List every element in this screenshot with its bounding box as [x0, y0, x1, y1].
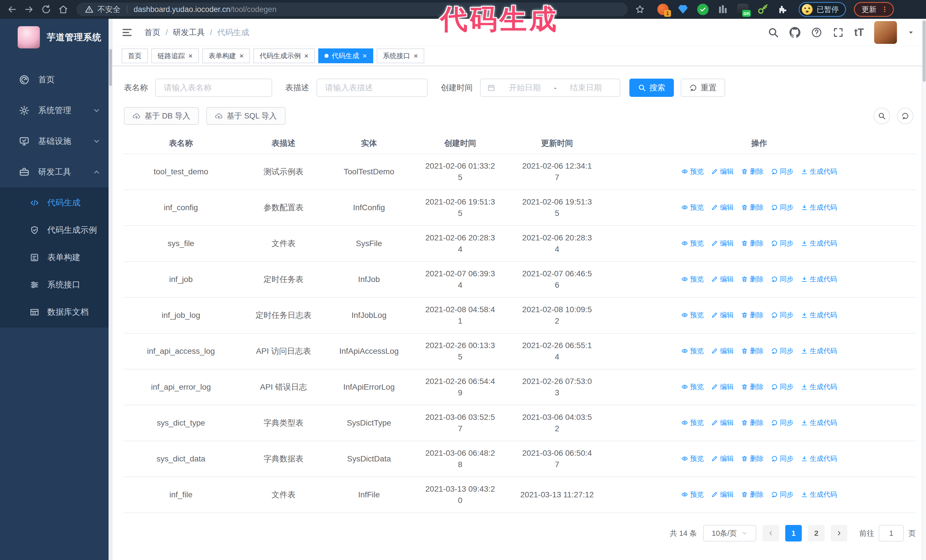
search-button[interactable]: 搜索	[629, 78, 674, 97]
edit-link[interactable]: 编辑	[711, 237, 734, 249]
tab-close-icon[interactable]: ×	[414, 52, 418, 60]
preview-link[interactable]: 预览	[681, 237, 704, 249]
search-icon[interactable]	[767, 27, 779, 38]
edit-link[interactable]: 编辑	[711, 453, 734, 464]
tab-close-icon[interactable]: ×	[239, 52, 244, 60]
generate-code-link[interactable]: 生成代码	[801, 273, 837, 285]
address-bar[interactable]: 不安全 dashboard.yudao.iocoder.cn/tool/code…	[76, 3, 628, 16]
table-name-input[interactable]	[155, 78, 272, 97]
browser-home-icon[interactable]	[58, 4, 68, 15]
sidebar-item-db-doc[interactable]: 数据库文档	[0, 299, 112, 326]
reset-button[interactable]: 重置	[681, 78, 725, 97]
preview-link[interactable]: 预览	[681, 453, 704, 464]
sync-link[interactable]: 同步	[771, 237, 793, 249]
extension-switch-icon[interactable]: on	[737, 4, 749, 15]
generate-code-link[interactable]: 生成代码	[801, 345, 837, 357]
sidebar-item-codegen-example[interactable]: 代码生成示例	[0, 216, 112, 244]
sidebar-item-system[interactable]: 系统管理	[0, 95, 112, 126]
extension-check-icon[interactable]	[697, 4, 709, 15]
delete-link[interactable]: 删除	[741, 489, 764, 500]
tab-close-icon[interactable]: ×	[304, 52, 308, 60]
edit-link[interactable]: 编辑	[711, 309, 734, 321]
help-icon[interactable]	[811, 27, 822, 38]
github-icon[interactable]	[789, 27, 800, 38]
tab-tracing[interactable]: 链路追踪×	[151, 48, 199, 63]
edit-link[interactable]: 编辑	[711, 417, 734, 429]
extensions-puzzle-icon[interactable]	[777, 4, 788, 15]
delete-link[interactable]: 删除	[741, 166, 764, 177]
edit-link[interactable]: 编辑	[711, 202, 734, 213]
browser-update-button[interactable]: 更新	[854, 2, 894, 17]
delete-link[interactable]: 删除	[741, 202, 764, 213]
toggle-search-button[interactable]	[873, 108, 890, 124]
preview-link[interactable]: 预览	[681, 345, 704, 357]
browser-menu-dots-icon[interactable]	[881, 5, 888, 14]
sync-link[interactable]: 同步	[771, 202, 793, 213]
edit-link[interactable]: 编辑	[711, 489, 734, 500]
sync-link[interactable]: 同步	[771, 489, 793, 500]
tab-system-api[interactable]: 系统接口×	[377, 48, 424, 63]
sidebar-item-system-api[interactable]: 系统接口	[0, 271, 112, 299]
page-button-2[interactable]: 2	[808, 525, 825, 542]
tab-home[interactable]: 首页	[122, 48, 148, 63]
preview-link[interactable]: 预览	[681, 381, 704, 392]
extension-columns-icon[interactable]	[717, 4, 729, 15]
delete-link[interactable]: 删除	[741, 381, 764, 392]
breadcrumb-home[interactable]: 首页	[144, 27, 160, 38]
page-scrollbar-thumb[interactable]	[923, 21, 926, 82]
extension-key-icon[interactable]	[757, 4, 769, 15]
user-avatar[interactable]	[874, 21, 897, 44]
browser-profile-chip[interactable]: 已暂停	[799, 2, 846, 17]
edit-link[interactable]: 编辑	[711, 381, 734, 392]
page-scrollbar[interactable]	[922, 19, 926, 560]
preview-link[interactable]: 预览	[681, 309, 704, 321]
delete-link[interactable]: 删除	[741, 417, 764, 429]
caret-down-icon[interactable]	[907, 29, 915, 36]
delete-link[interactable]: 删除	[741, 345, 764, 357]
extension-ublock-icon[interactable]: 1	[657, 4, 669, 15]
browser-reload-icon[interactable]	[41, 4, 51, 15]
tab-codegen-example[interactable]: 代码生成示例×	[253, 48, 315, 63]
import-sql-button[interactable]: 基于 SQL 导入	[206, 107, 286, 125]
generate-code-link[interactable]: 生成代码	[801, 166, 837, 177]
extension-gem-icon[interactable]	[677, 4, 688, 15]
goto-page-input[interactable]	[879, 525, 904, 542]
sync-link[interactable]: 同步	[771, 273, 793, 285]
generate-code-link[interactable]: 生成代码	[801, 453, 837, 464]
hamburger-icon[interactable]	[121, 27, 133, 38]
delete-link[interactable]: 删除	[741, 237, 764, 249]
sidebar-item-form-builder[interactable]: 表单构建	[0, 244, 112, 271]
browser-forward-icon[interactable]	[24, 4, 34, 15]
edit-link[interactable]: 编辑	[711, 273, 734, 285]
generate-code-link[interactable]: 生成代码	[801, 237, 837, 249]
edit-link[interactable]: 编辑	[711, 166, 734, 177]
tab-codegen[interactable]: 代码生成×	[318, 48, 373, 63]
prev-page-button[interactable]	[763, 525, 779, 542]
refresh-table-button[interactable]	[897, 108, 914, 124]
sidebar-scrollbar-thumb[interactable]	[109, 49, 112, 86]
tab-close-icon[interactable]: ×	[188, 52, 193, 60]
sync-link[interactable]: 同步	[771, 166, 793, 177]
sync-link[interactable]: 同步	[771, 417, 793, 429]
import-db-button[interactable]: 基于 DB 导入	[124, 107, 199, 125]
breadcrumb-devtools[interactable]: 研发工具	[173, 27, 205, 38]
page-size-select[interactable]: 10条/页	[703, 525, 756, 542]
sidebar-scrollbar[interactable]	[109, 19, 112, 560]
generate-code-link[interactable]: 生成代码	[801, 417, 837, 429]
generate-code-link[interactable]: 生成代码	[801, 489, 837, 500]
sync-link[interactable]: 同步	[771, 309, 793, 321]
preview-link[interactable]: 预览	[681, 202, 704, 213]
edit-link[interactable]: 编辑	[711, 345, 734, 357]
table-desc-input[interactable]	[316, 78, 428, 97]
sync-link[interactable]: 同步	[771, 345, 793, 357]
tab-form-builder[interactable]: 表单构建×	[202, 48, 250, 63]
delete-link[interactable]: 删除	[741, 309, 764, 321]
sidebar-item-codegen[interactable]: 代码生成	[0, 189, 112, 216]
sync-link[interactable]: 同步	[771, 381, 793, 392]
preview-link[interactable]: 预览	[681, 417, 704, 429]
delete-link[interactable]: 删除	[741, 453, 764, 464]
generate-code-link[interactable]: 生成代码	[801, 202, 837, 213]
tab-close-icon[interactable]: ×	[363, 52, 367, 60]
preview-link[interactable]: 预览	[681, 166, 704, 177]
fullscreen-icon[interactable]	[832, 27, 844, 38]
